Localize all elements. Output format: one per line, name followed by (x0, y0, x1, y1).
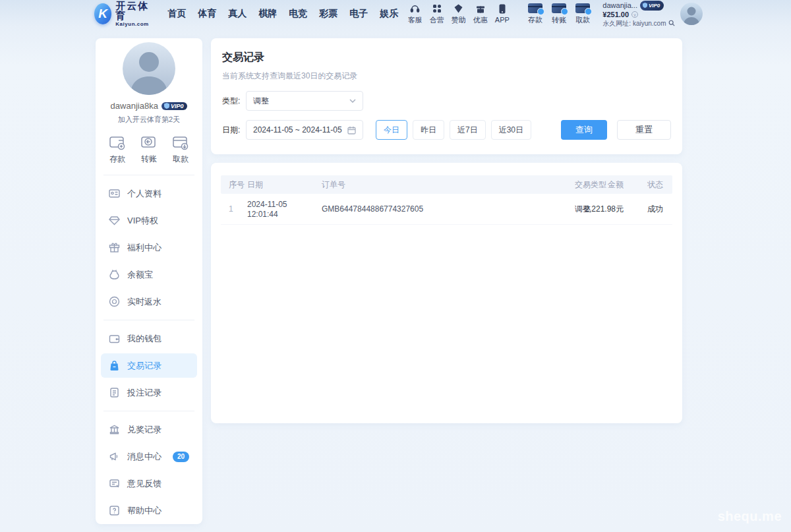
sidebar-item-label: 福利中心 (127, 242, 161, 254)
nav-item-live[interactable]: 真人 (222, 8, 252, 20)
transaction-bag-icon (109, 360, 120, 371)
sidebar-menu-section-3: 兑奖记录 消息中心 20 意见反馈 (96, 411, 202, 524)
nav-item-esports[interactable]: 电竞 (283, 8, 313, 20)
reset-button[interactable]: 重置 (617, 120, 671, 140)
sidebar-item-label: 意见反馈 (127, 478, 161, 490)
feedback-icon (109, 478, 120, 489)
quick-range-yesterday[interactable]: 昨日 (413, 120, 444, 140)
app-label: APP (495, 16, 510, 24)
transfer-button[interactable]: 转账 (140, 134, 158, 165)
user-name[interactable]: dawanjia... (602, 1, 637, 10)
sidebar-item-help[interactable]: 帮助中心 (96, 497, 202, 524)
person-icon (680, 3, 703, 25)
sponsor-link[interactable]: 赞助 (448, 3, 469, 25)
transactions-table: 序号 日期 订单号 交易类型 金额 状态 1 2024-11-05 12:01:… (211, 163, 682, 423)
date-label: 日期: (222, 125, 246, 136)
quick-range-7days[interactable]: 近7日 (450, 120, 486, 140)
balance-refresh-icon[interactable]: ∨ (631, 11, 638, 18)
header-deposit-button[interactable]: 存款 (523, 3, 547, 25)
app-link[interactable]: APP (491, 4, 513, 24)
row-datetime: 2024-11-05 12:01:44 (247, 200, 287, 220)
partner-link[interactable]: 合营 (426, 3, 448, 25)
logo-monogram-icon: K (94, 3, 111, 24)
kaiyun-logo[interactable]: K 开云体育 Kaiyun.com (94, 1, 152, 27)
quick-range-today[interactable]: 今日 (376, 120, 407, 140)
vip-shield-icon (164, 103, 169, 109)
withdraw-button[interactable]: 取款 (172, 134, 189, 165)
nav-item-slots[interactable]: 电子 (343, 8, 374, 20)
partner-icon (432, 3, 442, 13)
promo-label: 优惠 (473, 15, 488, 25)
nav-item-cards[interactable]: 棋牌 (252, 8, 283, 20)
gift-icon (109, 242, 120, 253)
top-header: K 开云体育 Kaiyun.com 首页 体育 真人 棋牌 电竞 彩票 电子 娱… (94, 0, 684, 28)
column-header-date: 日期 (247, 175, 263, 194)
id-card-icon (109, 188, 120, 199)
sidebar-item-welfare[interactable]: 福利中心 (96, 234, 202, 261)
vip-badge: VIP0 (640, 1, 664, 11)
table-row[interactable]: 1 2024-11-05 12:01:44 GMB644784488677432… (221, 194, 672, 225)
sidebar-item-label: 余额宝 (127, 269, 153, 281)
nav-item-home[interactable]: 首页 (161, 8, 192, 20)
sidebar-item-label: 个人资料 (127, 188, 161, 200)
sidebar-item-bet-records[interactable]: 投注记录 (96, 379, 202, 406)
sidebar-item-wallet[interactable]: 我的钱包 (96, 325, 202, 352)
header-withdraw-button[interactable]: 取款 (571, 3, 595, 25)
megaphone-icon (109, 451, 120, 462)
service-link[interactable]: 客服 (404, 3, 426, 25)
sidebar-item-feedback[interactable]: 意见反馈 (96, 470, 202, 497)
row-status: 成功 (647, 194, 663, 225)
transfer-icon (140, 134, 158, 150)
deposit-label: 存款 (528, 15, 542, 25)
promo-link[interactable]: 优惠 (469, 3, 491, 25)
header-transfer-button[interactable]: 转账 (547, 3, 571, 25)
column-header-type: 交易类型 (575, 175, 606, 194)
nav-item-entertainment[interactable]: 娱乐 (374, 8, 404, 20)
gift-icon (476, 3, 485, 13)
column-header-amount: 金额 (608, 175, 624, 194)
joined-days-text: 加入开云体育第2天 (96, 115, 202, 125)
sidebar-item-label: 我的钱包 (127, 333, 161, 345)
withdraw-label: 取款 (173, 154, 189, 165)
headset-icon (410, 3, 420, 13)
partner-label: 合营 (430, 15, 444, 25)
sidebar-item-vip[interactable]: VIP特权 (96, 207, 202, 234)
wallet-icon (109, 333, 120, 344)
sidebar-item-prize-records[interactable]: 兑奖记录 (96, 416, 202, 443)
column-header-status: 状态 (647, 175, 663, 194)
service-label: 客服 (408, 15, 423, 25)
avatar[interactable] (680, 3, 703, 25)
page-subtitle: 当前系统支持查询最近30日的交易记录 (222, 71, 671, 82)
search-icon[interactable] (668, 20, 675, 26)
sidebar-item-label: 投注记录 (127, 387, 161, 399)
sidebar-item-messages[interactable]: 消息中心 20 (96, 443, 202, 470)
sidebar-item-yuebao[interactable]: 余额宝 (96, 261, 202, 288)
profile-quick-actions: 存款 转账 取款 (96, 125, 202, 165)
row-index: 1 (229, 194, 233, 225)
deposit-icon (109, 134, 126, 150)
logo-domain-text: Kaiyun.com (115, 22, 152, 27)
date-range-input[interactable]: 2024-11-05 ~ 2024-11-05 (246, 120, 363, 140)
person-icon (123, 42, 175, 95)
column-header-order-no: 订单号 (322, 175, 345, 194)
permanent-url: 永久网址: kaiyun.com (602, 19, 666, 28)
quick-range-30days[interactable]: 近30日 (491, 120, 531, 140)
quick-range-group: 今日 昨日 近7日 近30日 (376, 120, 531, 140)
nav-item-lottery[interactable]: 彩票 (313, 8, 343, 20)
logo-brand-text: 开云体育 (115, 1, 152, 20)
sidebar-item-label: 实时返水 (127, 296, 161, 308)
avatar[interactable] (123, 42, 175, 95)
deposit-button[interactable]: 存款 (109, 134, 126, 165)
sidebar-item-profile[interactable]: 个人资料 (96, 180, 202, 207)
sidebar-item-rebate[interactable]: 实时返水 (96, 288, 202, 315)
nav-item-sports[interactable]: 体育 (192, 8, 222, 20)
help-icon (109, 505, 120, 516)
sponsor-diamond-icon (454, 3, 463, 13)
deposit-card-icon (528, 3, 542, 13)
type-select[interactable]: 调整 (246, 91, 363, 111)
rebate-icon (109, 296, 120, 307)
query-button[interactable]: 查询 (561, 120, 607, 140)
transfer-card-icon (552, 3, 566, 13)
sidebar-item-transactions[interactable]: 交易记录 (101, 353, 197, 378)
sidebar-item-label: 兑奖记录 (127, 424, 161, 436)
